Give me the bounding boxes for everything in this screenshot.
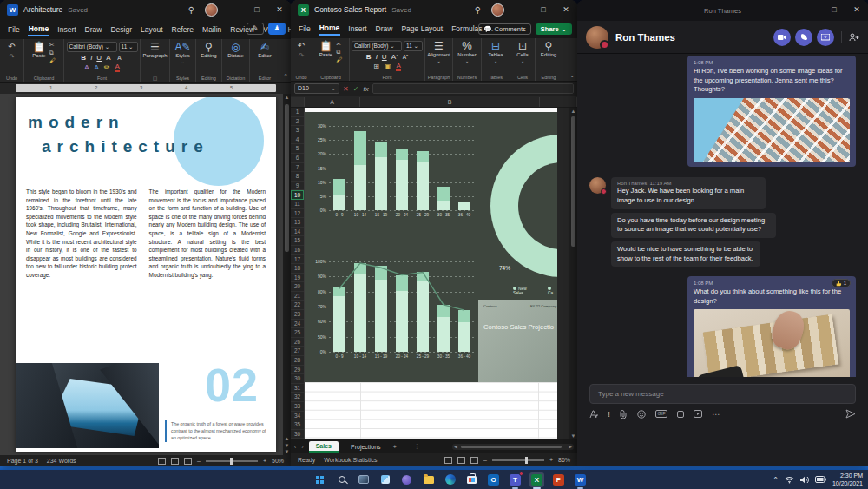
sheet-prev-icon[interactable]: ‹ (294, 444, 296, 450)
row-header-23[interactable]: 23 (291, 310, 304, 320)
zoom-slider[interactable] (492, 459, 544, 461)
word-count[interactable]: 234 Words (47, 458, 76, 464)
word-tab-home[interactable]: Home (28, 23, 50, 36)
row-header-10[interactable]: 10 (291, 190, 304, 200)
font-name-select[interactable]: Calibri (Body) ⌄ (67, 42, 117, 52)
print-layout-icon[interactable] (171, 458, 179, 465)
word-clipboard-group[interactable]: 📋Paste ✂⧉🖌 Clipboard (24, 39, 64, 82)
row-header-25[interactable]: 25 (291, 328, 304, 338)
battery-icon[interactable] (815, 476, 826, 483)
sheet-empty-rows[interactable] (305, 382, 557, 439)
row-header-4[interactable]: 4 (291, 135, 304, 145)
highlighter-icon[interactable]: ✏ (104, 63, 110, 71)
word-dictate-group[interactable]: ◎Dictate Dictation (222, 39, 250, 82)
sales-dashboard-chart[interactable]: 74% New Sales Ca ContosoFY 22 Company Ov… (305, 112, 557, 382)
excel-number-group[interactable]: %Number⌄ Numbers (453, 38, 482, 81)
enter-icon[interactable]: ✓ (353, 85, 359, 93)
file-explorer-icon[interactable] (421, 472, 436, 487)
excel-tables-group[interactable]: ⊟Tables⌄ Tables (482, 38, 510, 81)
word-zoom-level[interactable]: 50% (272, 458, 284, 464)
font-grow-icon[interactable]: Aˊ (106, 54, 113, 62)
row-header-11[interactable]: 11 (291, 200, 304, 209)
font-shrink-icon[interactable]: Aˇ (403, 54, 409, 60)
text-effects-icon[interactable]: A (84, 63, 89, 71)
account-avatar[interactable] (491, 3, 504, 17)
sent-message[interactable]: 1 1:08 PM What do you think about someth… (687, 276, 856, 377)
page-up-icon[interactable]: ▲ (283, 436, 291, 441)
contact-avatar[interactable] (586, 26, 608, 49)
zoom-out-icon[interactable]: – (483, 457, 487, 463)
row-header-14[interactable]: 14 (291, 228, 304, 237)
message-input[interactable]: Type a new message (589, 384, 856, 404)
emoji-icon[interactable] (637, 410, 646, 419)
font-color-icon[interactable]: A (396, 62, 400, 71)
row-header-31[interactable]: 31 (291, 384, 304, 393)
word-editor-group[interactable]: ✍Editor Editor (250, 39, 279, 82)
font-name-select[interactable]: Calibri (Body) ⌄ (352, 41, 402, 51)
row-header-5[interactable]: 5 (291, 144, 304, 154)
send-icon[interactable] (845, 409, 856, 419)
column-header-b[interactable]: B (360, 97, 540, 107)
wifi-icon[interactable] (785, 476, 794, 484)
copy-icon[interactable]: ⧉ (49, 50, 56, 56)
excel-undo-group[interactable]: ↶↷ Undo (291, 38, 312, 81)
screen-share-icon[interactable] (817, 29, 834, 46)
contact-avatar[interactable] (589, 177, 606, 194)
maximize-button[interactable]: □ (537, 5, 549, 14)
video-call-icon[interactable] (773, 29, 791, 46)
close-button[interactable]: ✕ (560, 5, 572, 14)
excel-titlebar[interactable]: X Contoso Sales Report Saved ⚲ – □ ✕ (291, 0, 577, 19)
priority-icon[interactable]: ! (608, 410, 610, 419)
row-header-33[interactable]: 33 (291, 402, 304, 412)
font-shrink-icon[interactable]: Aˇ (117, 55, 123, 61)
format-icon[interactable] (589, 410, 598, 419)
format-painter-icon[interactable]: 🖌 (49, 57, 56, 63)
scroll-up-icon[interactable]: ▲ (569, 109, 577, 114)
word-tab-draw[interactable]: Draw (84, 23, 103, 36)
page-down-icon[interactable]: ▼ (283, 443, 291, 448)
excel-tab-file[interactable]: File (298, 23, 312, 35)
row-header-21[interactable]: 21 (291, 292, 304, 301)
word-tab-desigr[interactable]: Desigr (109, 23, 133, 36)
excel-alignment-group[interactable]: ☰Alignment⌄ Paragraph (425, 38, 453, 81)
word-document-area[interactable]: modern architecture This style began to … (0, 94, 291, 455)
close-button[interactable]: ✕ (851, 5, 863, 14)
gif-icon[interactable]: GIF (655, 410, 667, 418)
row-header-15[interactable]: 15 (291, 236, 304, 246)
underline-button[interactable]: U (96, 54, 102, 62)
paste-button[interactable]: 📋Paste (32, 42, 45, 63)
received-message[interactable]: Ron Thames 11:19 AM Hey Jack. We have be… (611, 177, 766, 209)
sheet-next-icon[interactable]: › (301, 444, 303, 450)
outlook-icon[interactable]: O (486, 472, 501, 487)
cell-name-box[interactable]: D10⌄ (294, 83, 339, 94)
row-header-29[interactable]: 29 (291, 366, 304, 375)
font-color-icon[interactable]: A (115, 63, 120, 72)
attach-icon[interactable] (620, 410, 628, 419)
row-header-30[interactable]: 30 (291, 374, 304, 384)
excel-zoom-level[interactable]: 86% (558, 457, 570, 463)
row-header-1[interactable]: 1 (291, 108, 304, 117)
word-undo-group[interactable]: ↶↷ Undo (0, 39, 24, 82)
word-titlebar[interactable]: W Architecture Saved ⚲ – □ ✕ (0, 0, 291, 19)
store-icon[interactable] (464, 472, 479, 487)
excel-column-headers[interactable]: A B (291, 97, 577, 108)
excel-tab-draw[interactable]: Draw (375, 23, 394, 35)
row-header-9[interactable]: 9 (291, 182, 304, 191)
fx-icon[interactable]: fx (363, 85, 368, 93)
bold-button[interactable]: B (366, 53, 372, 61)
cut-icon[interactable]: ✂ (336, 41, 342, 48)
stream-icon[interactable] (694, 410, 702, 418)
excel-tab-page-layout[interactable]: Page Layout (400, 23, 444, 35)
font-size-select[interactable]: 11 ⌄ (119, 42, 138, 52)
word-editing-group[interactable]: ⚲Editing Editing (196, 39, 222, 82)
fill-color-icon[interactable]: ▣ (385, 63, 391, 70)
row-header-18[interactable]: 18 (291, 264, 304, 274)
row-header-20[interactable]: 20 (291, 282, 304, 292)
word-tab-insert[interactable]: Insert (56, 23, 76, 36)
more-icon[interactable]: ⋯ (712, 410, 720, 419)
excel-vertical-scrollbar[interactable]: ▲ ▼ (569, 108, 577, 439)
edge-icon[interactable] (443, 472, 457, 487)
close-button[interactable]: ✕ (273, 5, 286, 14)
normal-view-icon[interactable] (444, 457, 452, 464)
scroll-up-icon[interactable]: ▲ (283, 95, 291, 100)
